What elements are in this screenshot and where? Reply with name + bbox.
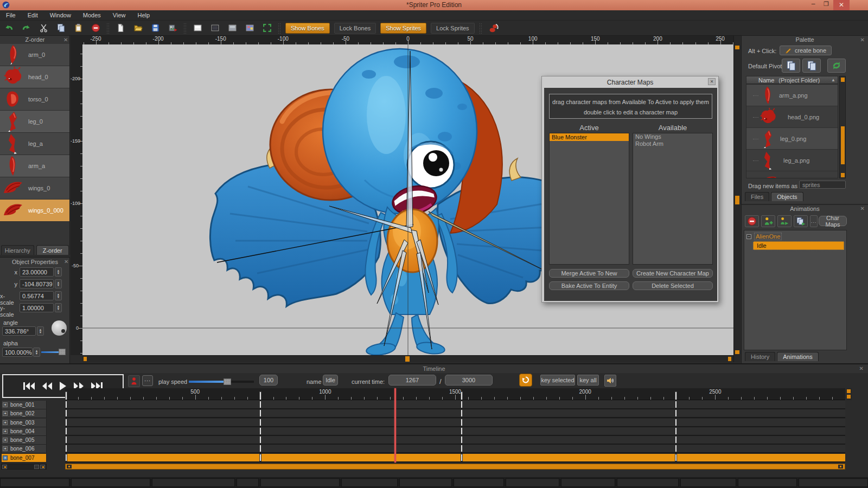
keyframe-marker[interactable] <box>675 409 677 417</box>
file-item-head_0.png[interactable]: head_0.png <box>746 106 838 128</box>
keyframe-marker[interactable] <box>675 427 677 435</box>
keyframe-marker[interactable] <box>259 401 261 408</box>
keyframe-marker[interactable] <box>461 427 463 435</box>
angle-stepper[interactable]: ▲▼ <box>37 326 44 336</box>
frame-dark-button[interactable] <box>209 22 221 34</box>
timeline-playhead[interactable] <box>394 388 396 463</box>
canvas-vscrollbar[interactable] <box>733 36 741 362</box>
expand-plus-icon[interactable]: + <box>3 455 8 460</box>
property-input-y[interactable]: -104.80739 <box>20 279 54 288</box>
current-time-field[interactable]: 1267 <box>388 375 436 386</box>
keyframe-marker[interactable] <box>259 427 261 435</box>
sound-toggle-button[interactable] <box>604 375 616 387</box>
zorder-item-leg_0[interactable]: leg_0 <box>0 111 69 133</box>
more-options-button[interactable]: ... <box>142 375 153 386</box>
delete-animation-button[interactable] <box>745 215 759 227</box>
alpha-slider[interactable] <box>41 351 60 353</box>
object-properties-close-icon[interactable]: ✕ <box>64 259 68 265</box>
duplicate-animation-button[interactable] <box>794 215 808 227</box>
keyframe-marker[interactable] <box>675 436 677 444</box>
redo-button[interactable] <box>20 22 32 34</box>
ruler-keyframe-marker[interactable] <box>675 391 677 400</box>
file-item-leg_a.png[interactable]: leg_a.png <box>746 150 838 171</box>
file-item-partial[interactable] <box>746 171 838 178</box>
undo-button[interactable] <box>3 22 15 34</box>
close-button[interactable]: ✕ <box>833 0 850 10</box>
property-input-y-scale[interactable]: 1.00000 <box>20 303 54 312</box>
play-speed-value[interactable]: 100 <box>259 375 278 386</box>
lock-sprites-toggle[interactable]: Lock Sprites <box>431 23 475 34</box>
copy-animation-button[interactable] <box>777 215 792 227</box>
merge-active-button[interactable]: Merge Active To New <box>549 269 629 278</box>
more-button[interactable]: ... <box>810 215 818 227</box>
animation-name-value[interactable]: Idle <box>323 375 338 386</box>
tab-files[interactable]: Files <box>745 192 769 201</box>
open-folder-button[interactable] <box>132 22 144 34</box>
angle-dial[interactable] <box>52 320 67 336</box>
menu-item-edit[interactable]: Edit <box>22 12 44 18</box>
keyframe-marker[interactable] <box>461 445 463 452</box>
active-map-item[interactable]: Blue Monster <box>550 133 629 141</box>
available-character-maps-list[interactable]: No WingsRobot Arm <box>633 133 713 265</box>
ruler-keyframe-marker[interactable] <box>65 391 67 400</box>
bone-name-row-bone_004[interactable]: +bone_004 <box>1 427 47 436</box>
character-maps-dialog[interactable]: Character Maps ✕ drag character maps fro… <box>541 76 719 303</box>
copy-button[interactable] <box>55 22 67 34</box>
keyframe-marker[interactable] <box>461 454 463 461</box>
bone-names-scrollbar[interactable] <box>1 464 47 470</box>
play-speed-slider[interactable] <box>189 381 254 383</box>
create-new-character-map-button[interactable]: Create New Character Map <box>633 269 713 278</box>
file-item-arm_a.png[interactable]: arm_a.png <box>746 85 838 106</box>
keyframe-marker[interactable] <box>675 445 677 452</box>
bone-name-row-bone_003[interactable]: +bone_003 <box>1 419 47 427</box>
keyframe-marker[interactable] <box>675 454 677 461</box>
animations-close-icon[interactable]: ✕ <box>860 206 865 211</box>
keyframe-marker[interactable] <box>259 445 261 452</box>
alpha-slider-handle[interactable] <box>59 349 66 355</box>
canvas-hscrollbar[interactable] <box>82 355 733 362</box>
total-time-field[interactable]: 3000 <box>445 375 493 386</box>
copy-pivot-button[interactable] <box>782 59 800 73</box>
keyframe-marker[interactable] <box>259 409 261 417</box>
tab-animations[interactable]: Animations <box>777 352 818 361</box>
zorder-item-leg_a[interactable]: leg_a <box>0 133 69 155</box>
file-item-leg_0.png[interactable]: leg_0.png <box>746 128 838 150</box>
tab-z-order[interactable]: Z-order <box>36 245 69 255</box>
keyframe-marker[interactable] <box>461 401 463 408</box>
bone-track-bone_004[interactable] <box>65 427 845 436</box>
bone-track-bone_003[interactable] <box>65 419 845 427</box>
loop-toggle-button[interactable] <box>519 374 532 387</box>
save-button[interactable] <box>149 22 161 34</box>
import-image-button[interactable] <box>167 22 178 34</box>
frame-gray-button[interactable] <box>226 22 238 34</box>
available-map-item[interactable]: No Wings <box>633 133 712 140</box>
bake-active-button[interactable]: Bake Active To Entity <box>549 281 629 290</box>
keyframe-marker[interactable] <box>65 454 67 461</box>
play-speed-handle[interactable] <box>224 378 231 385</box>
keyframe-marker[interactable] <box>461 419 463 426</box>
bone-tool-button[interactable] <box>488 22 500 34</box>
keyframe-marker[interactable] <box>65 427 67 435</box>
char-maps-button[interactable]: Char Maps <box>819 216 847 226</box>
property-stepper-y-scale[interactable]: ▲▼ <box>55 303 62 312</box>
expand-plus-icon[interactable]: + <box>3 438 8 442</box>
bone-track-bone_005[interactable] <box>65 436 845 445</box>
expand-plus-icon[interactable]: + <box>3 446 8 451</box>
keyframe-marker[interactable] <box>65 401 67 408</box>
bone-name-row-bone_005[interactable]: +bone_005 <box>1 436 47 445</box>
angle-input[interactable]: 336.786° <box>2 326 36 336</box>
paste-pivot-button[interactable] <box>802 59 821 73</box>
animation-entity-row[interactable]: − AlienOne <box>746 233 846 240</box>
menu-item-window[interactable]: Window <box>44 12 77 18</box>
delete-button[interactable] <box>90 22 101 34</box>
paste-button[interactable] <box>72 22 84 34</box>
zorder-item-wings_0_000[interactable]: wings_0_000 <box>0 200 69 222</box>
keyframe-marker[interactable] <box>65 445 67 452</box>
property-stepper-x-scale[interactable]: ▲▼ <box>55 291 62 300</box>
file-list-header[interactable]: Name (Project Folder) ▲ <box>746 76 838 84</box>
zorder-item-arm_0[interactable]: arm_0 <box>0 44 69 66</box>
new-file-button[interactable] <box>114 22 126 34</box>
prev-frame-button[interactable] <box>40 381 54 391</box>
tab-objects[interactable]: Objects <box>771 192 803 201</box>
animation-item-idle[interactable]: Idle <box>753 241 844 250</box>
